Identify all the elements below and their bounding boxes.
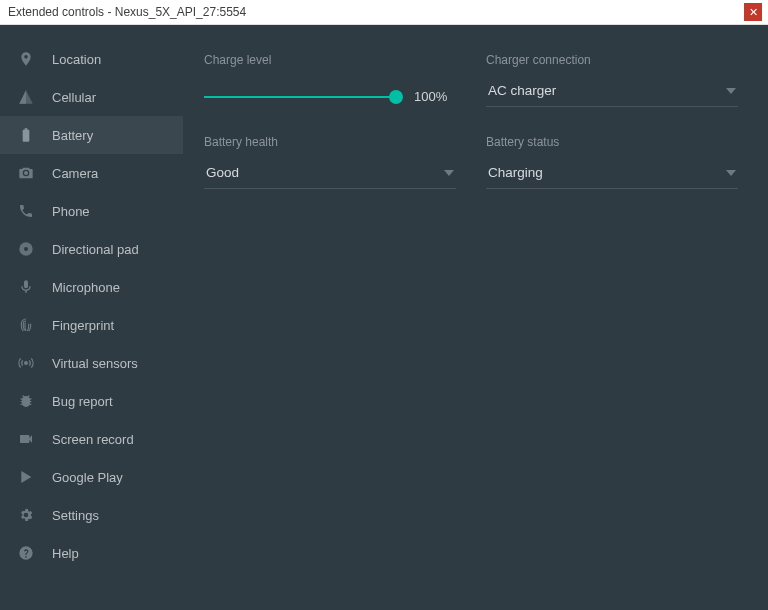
charge-level-value: 100% bbox=[414, 89, 456, 104]
battery-health-dropdown[interactable]: Good bbox=[204, 159, 456, 189]
svg-point-1 bbox=[24, 247, 28, 251]
sidebar-item-label: Help bbox=[52, 546, 79, 561]
content-panel: Charge level 100% Charger connection AC … bbox=[183, 25, 768, 610]
cellular-icon bbox=[17, 88, 35, 106]
sidebar-item-cellular[interactable]: Cellular bbox=[0, 78, 183, 116]
battery-health-value: Good bbox=[206, 165, 239, 180]
battery-status-field: Battery status Charging bbox=[486, 135, 738, 189]
close-button[interactable]: ✕ bbox=[744, 3, 762, 21]
sidebar-item-label: Directional pad bbox=[52, 242, 139, 257]
sidebar-item-screen-record[interactable]: Screen record bbox=[0, 420, 183, 458]
sidebar-item-label: Location bbox=[52, 52, 101, 67]
sidebar-item-label: Camera bbox=[52, 166, 98, 181]
chevron-down-icon bbox=[726, 170, 736, 176]
location-icon bbox=[17, 50, 35, 68]
dpad-icon bbox=[17, 240, 35, 258]
battery-status-label: Battery status bbox=[486, 135, 738, 149]
close-icon: ✕ bbox=[749, 7, 758, 18]
charger-connection-dropdown[interactable]: AC charger bbox=[486, 77, 738, 107]
window-title: Extended controls - Nexus_5X_API_27:5554 bbox=[8, 5, 246, 19]
titlebar: Extended controls - Nexus_5X_API_27:5554… bbox=[0, 0, 768, 25]
charge-level-label: Charge level bbox=[204, 53, 456, 67]
sidebar-item-settings[interactable]: Settings bbox=[0, 496, 183, 534]
sidebar-item-label: Google Play bbox=[52, 470, 123, 485]
sidebar-item-label: Fingerprint bbox=[52, 318, 114, 333]
sidebar-item-help[interactable]: Help bbox=[0, 534, 183, 572]
sidebar-item-phone[interactable]: Phone bbox=[0, 192, 183, 230]
battery-health-label: Battery health bbox=[204, 135, 456, 149]
battery-icon bbox=[17, 126, 35, 144]
sidebar-item-label: Microphone bbox=[52, 280, 120, 295]
battery-status-dropdown[interactable]: Charging bbox=[486, 159, 738, 189]
play-icon bbox=[17, 468, 35, 486]
bug-icon bbox=[17, 392, 35, 410]
fingerprint-icon bbox=[17, 316, 35, 334]
help-icon bbox=[17, 544, 35, 562]
sidebar-item-label: Settings bbox=[52, 508, 99, 523]
camera-icon bbox=[17, 164, 35, 182]
sidebar-item-google-play[interactable]: Google Play bbox=[0, 458, 183, 496]
charger-connection-label: Charger connection bbox=[486, 53, 738, 67]
battery-status-value: Charging bbox=[488, 165, 543, 180]
slider-thumb[interactable] bbox=[389, 90, 403, 104]
sidebar-item-label: Bug report bbox=[52, 394, 113, 409]
sidebar-item-label: Battery bbox=[52, 128, 93, 143]
sensors-icon bbox=[17, 354, 35, 372]
sidebar-item-fingerprint[interactable]: Fingerprint bbox=[0, 306, 183, 344]
sidebar-item-dpad[interactable]: Directional pad bbox=[0, 230, 183, 268]
svg-point-2 bbox=[25, 362, 28, 365]
sidebar-item-label: Phone bbox=[52, 204, 90, 219]
charger-connection-value: AC charger bbox=[488, 83, 556, 98]
phone-icon bbox=[17, 202, 35, 220]
sidebar: Location Cellular Battery Camera Phone bbox=[0, 25, 183, 610]
window-body: Location Cellular Battery Camera Phone bbox=[0, 25, 768, 610]
sidebar-item-location[interactable]: Location bbox=[0, 40, 183, 78]
charge-level-field: Charge level 100% bbox=[204, 53, 456, 107]
charge-level-slider[interactable] bbox=[204, 96, 396, 98]
microphone-icon bbox=[17, 278, 35, 296]
sidebar-item-label: Cellular bbox=[52, 90, 96, 105]
sidebar-item-bug-report[interactable]: Bug report bbox=[0, 382, 183, 420]
sidebar-item-camera[interactable]: Camera bbox=[0, 154, 183, 192]
record-icon bbox=[17, 430, 35, 448]
sidebar-item-microphone[interactable]: Microphone bbox=[0, 268, 183, 306]
gear-icon bbox=[17, 506, 35, 524]
chevron-down-icon bbox=[444, 170, 454, 176]
charger-connection-field: Charger connection AC charger bbox=[486, 53, 738, 107]
chevron-down-icon bbox=[726, 88, 736, 94]
sidebar-item-label: Virtual sensors bbox=[52, 356, 138, 371]
sidebar-item-virtual-sensors[interactable]: Virtual sensors bbox=[0, 344, 183, 382]
battery-health-field: Battery health Good bbox=[204, 135, 456, 189]
sidebar-item-label: Screen record bbox=[52, 432, 134, 447]
sidebar-item-battery[interactable]: Battery bbox=[0, 116, 183, 154]
